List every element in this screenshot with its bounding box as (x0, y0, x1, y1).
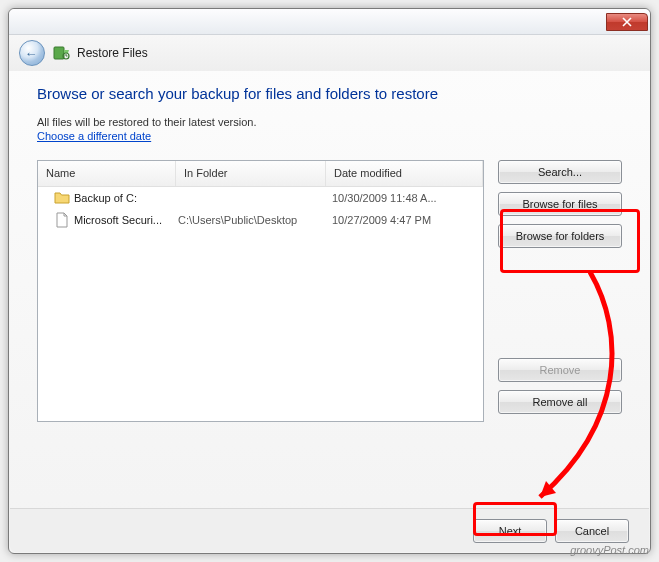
page-heading: Browse or search your backup for files a… (37, 85, 622, 102)
side-button-column: Search... Browse for files Browse for fo… (498, 160, 622, 422)
footer: Next Cancel (10, 508, 649, 552)
col-date[interactable]: Date modified (326, 161, 483, 186)
col-name[interactable]: Name (38, 161, 176, 186)
list-item[interactable]: Microsoft Securi... C:\Users\Public\Desk… (38, 209, 483, 231)
file-name: Microsoft Securi... (74, 214, 178, 226)
file-folder: C:\Users\Public\Desktop (178, 214, 328, 226)
window-title: Restore Files (77, 46, 148, 60)
dialog-window: ← Restore Files Browse or search your ba… (8, 8, 651, 554)
file-date: 10/27/2009 4:47 PM (328, 214, 479, 226)
restore-files-icon (53, 44, 71, 62)
next-button[interactable]: Next (473, 519, 547, 543)
back-arrow-icon: ← (25, 46, 38, 61)
file-list[interactable]: Name In Folder Date modified Backup of C… (37, 160, 484, 422)
header-bar: ← Restore Files (9, 35, 650, 71)
file-name: Backup of C: (74, 192, 178, 204)
file-date: 10/30/2009 11:48 A... (328, 192, 479, 204)
choose-date-link[interactable]: Choose a different date (37, 130, 622, 142)
file-list-header[interactable]: Name In Folder Date modified (38, 161, 483, 187)
remove-button: Remove (498, 358, 622, 382)
cancel-button[interactable]: Cancel (555, 519, 629, 543)
remove-all-button[interactable]: Remove all (498, 390, 622, 414)
svg-rect-0 (54, 47, 64, 59)
search-button[interactable]: Search... (498, 160, 622, 184)
content-area: Browse or search your backup for files a… (9, 71, 650, 422)
titlebar (9, 9, 650, 35)
col-folder[interactable]: In Folder (176, 161, 326, 186)
file-icon (54, 212, 70, 228)
body-row: Name In Folder Date modified Backup of C… (37, 160, 622, 422)
spacer (498, 256, 622, 358)
watermark: groovyPost.com (570, 544, 649, 556)
close-icon (622, 17, 632, 27)
back-button[interactable]: ← (19, 40, 45, 66)
browse-folders-button[interactable]: Browse for folders (498, 224, 622, 248)
list-item[interactable]: Backup of C: 10/30/2009 11:48 A... (38, 187, 483, 209)
subtext: All files will be restored to their late… (37, 116, 622, 128)
close-button[interactable] (606, 13, 648, 31)
folder-icon (54, 190, 70, 206)
browse-files-button[interactable]: Browse for files (498, 192, 622, 216)
